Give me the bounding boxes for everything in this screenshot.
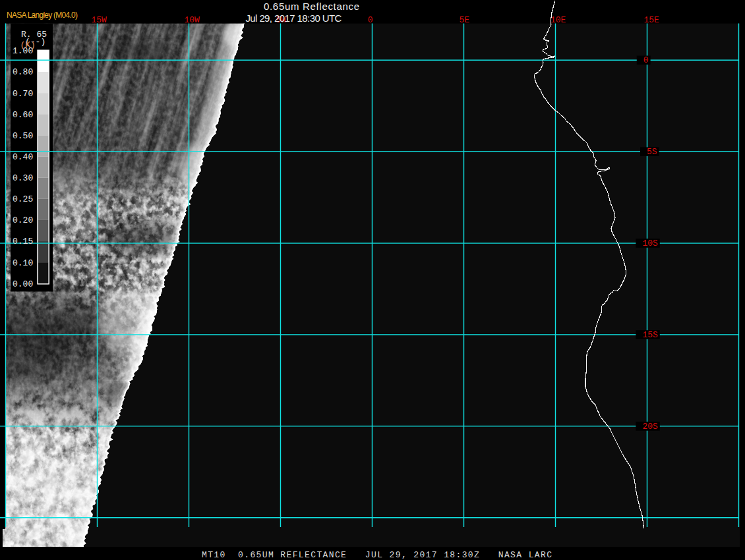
svg-text:Jul 29, 2017 18:30 UTC: Jul 29, 2017 18:30 UTC (245, 13, 342, 24)
svg-text:20S: 20S (642, 422, 658, 432)
svg-text:0.65um Reflectance: 0.65um Reflectance (264, 1, 359, 12)
svg-text:0.40: 0.40 (13, 152, 33, 162)
svg-text:0.25: 0.25 (13, 194, 33, 204)
svg-text:MT10 0.65UM REFLECTANCE JUL: MT10 0.65UM REFLECTANCE JUL 29, 2017 18:… (202, 550, 552, 560)
svg-text:0: 0 (368, 15, 373, 25)
svg-text:5S: 5S (647, 147, 657, 157)
svg-text:NASA Langley (M04.0): NASA Langley (M04.0) (7, 11, 78, 20)
svg-text:5E: 5E (460, 15, 470, 25)
svg-text:10W: 10W (185, 15, 200, 25)
svg-text:0.80: 0.80 (13, 67, 33, 77)
svg-text:0: 0 (643, 55, 649, 65)
svg-text:0.00: 0.00 (13, 279, 33, 289)
svg-text:10S: 10S (642, 238, 658, 248)
svg-text:10E: 10E (551, 15, 566, 25)
svg-text:15E: 15E (644, 15, 660, 25)
svg-text:0.30: 0.30 (13, 173, 33, 183)
svg-text:0.70: 0.70 (13, 89, 33, 99)
svg-text:0.20: 0.20 (13, 215, 33, 225)
svg-text:15W: 15W (92, 15, 107, 25)
svg-text:15S: 15S (642, 330, 658, 340)
svg-text:0.10: 0.10 (13, 258, 33, 268)
svg-text:0.15: 0.15 (13, 237, 33, 246)
svg-text:1.00: 1.00 (13, 46, 33, 56)
svg-text:0.60: 0.60 (13, 110, 33, 120)
svg-text:0.50: 0.50 (13, 131, 33, 141)
